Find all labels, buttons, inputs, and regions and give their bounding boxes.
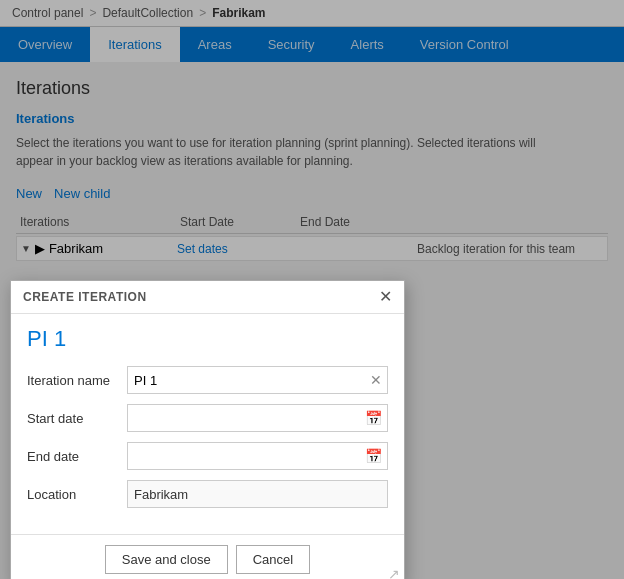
dialog-close-button[interactable]: ✕ (379, 289, 392, 305)
form-row-location: Location Fabrikam (27, 480, 388, 508)
location-value: Fabrikam (127, 480, 388, 508)
start-date-input-wrap: 📅 (127, 404, 388, 432)
dialog-body: PI 1 Iteration name ✕ Start date 📅 End (11, 314, 404, 534)
dialog-titlebar: CREATE ITERATION ✕ (11, 281, 404, 314)
end-date-input[interactable] (127, 442, 388, 470)
form-row-end-date: End date 📅 (27, 442, 388, 470)
location-label: Location (27, 487, 127, 502)
start-date-input[interactable] (127, 404, 388, 432)
dialog-title: CREATE ITERATION (23, 290, 147, 304)
start-date-label: Start date (27, 411, 127, 426)
create-iteration-dialog: CREATE ITERATION ✕ PI 1 Iteration name ✕… (10, 280, 405, 579)
start-date-calendar-icon[interactable]: 📅 (365, 410, 382, 426)
save-and-close-button[interactable]: Save and close (105, 545, 228, 574)
location-input-wrap: Fabrikam (127, 480, 388, 508)
iteration-name-clear-icon[interactable]: ✕ (370, 372, 382, 388)
end-date-input-wrap: 📅 (127, 442, 388, 470)
form-row-iteration-name: Iteration name ✕ (27, 366, 388, 394)
dialog-heading: PI 1 (27, 326, 388, 352)
end-date-label: End date (27, 449, 127, 464)
modal-overlay: CREATE ITERATION ✕ PI 1 Iteration name ✕… (0, 0, 624, 579)
iteration-name-label: Iteration name (27, 373, 127, 388)
form-row-start-date: Start date 📅 (27, 404, 388, 432)
cancel-button[interactable]: Cancel (236, 545, 310, 574)
dialog-footer: Save and close Cancel (11, 534, 404, 579)
resize-handle[interactable]: ↗ (388, 566, 400, 579)
iteration-name-input[interactable] (127, 366, 388, 394)
end-date-calendar-icon[interactable]: 📅 (365, 448, 382, 464)
iteration-name-input-wrap: ✕ (127, 366, 388, 394)
